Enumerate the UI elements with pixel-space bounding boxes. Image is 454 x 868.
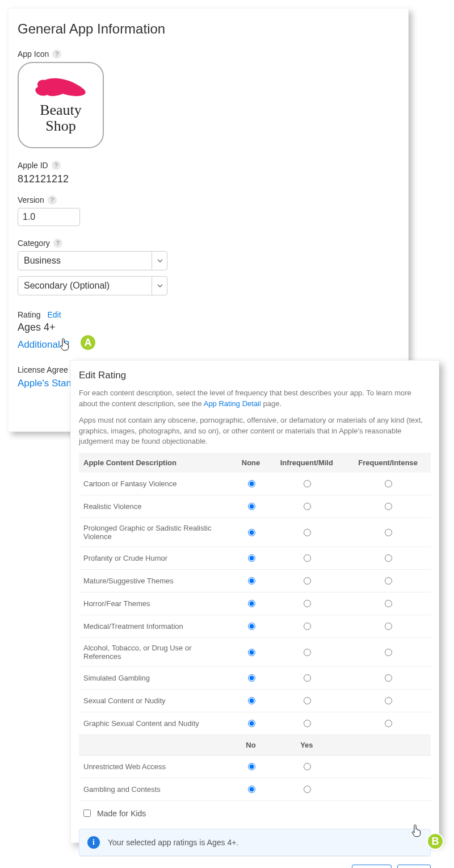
rating-radio[interactable]: [385, 697, 392, 704]
rating-label: Rating: [18, 310, 40, 319]
rating-radio[interactable]: [385, 649, 392, 656]
version-label: Version: [18, 195, 44, 205]
table-row: Mature/Suggestive Themes: [79, 570, 431, 592]
additional-link-truncated[interactable]: Additional R: [18, 339, 399, 350]
rating-radio[interactable]: [248, 503, 255, 510]
made-for-kids-row[interactable]: Made for Kids: [79, 801, 431, 825]
row-label: Simulated Gambling: [79, 667, 234, 690]
row-label: Sexual Content or Nudity: [79, 690, 234, 712]
done-button[interactable]: Done: [397, 865, 431, 868]
rating-radio[interactable]: [248, 697, 255, 704]
row-label: Cartoon or Fantasy Violence: [79, 473, 234, 495]
rating-radio[interactable]: [248, 763, 255, 770]
category-primary-select[interactable]: Business: [18, 251, 167, 270]
modal-description-1: For each content description, select the…: [79, 388, 431, 410]
rating-radio[interactable]: [248, 480, 255, 487]
made-for-kids-label: Made for Kids: [97, 809, 146, 818]
cursor-hand-icon: [59, 337, 70, 351]
rating-info-bar: i Your selected app ratings is Ages 4+.: [79, 829, 431, 856]
rating-radio[interactable]: [248, 554, 255, 562]
apple-id-value: 812121212: [18, 173, 399, 185]
rating-radio[interactable]: [304, 503, 311, 510]
table-row: Horror/Fear Themes: [79, 592, 431, 615]
rating-radio[interactable]: [385, 503, 392, 510]
row-label: Alcohol, Tobacco, or Drug Use or Referen…: [79, 638, 234, 667]
rating-radio[interactable]: [248, 577, 255, 585]
help-icon[interactable]: ?: [48, 195, 57, 205]
table-row: Cartoon or Fantasy Violence: [79, 473, 431, 495]
rating-radio[interactable]: [385, 529, 392, 536]
rating-radio[interactable]: [248, 623, 255, 630]
rating-radio[interactable]: [304, 577, 311, 585]
table-row: Graphic Sexual Content and Nudity: [79, 712, 431, 735]
col-mild: Infrequent/Mild: [268, 453, 345, 473]
row-label: Profanity or Crude Humor: [79, 547, 234, 570]
table-row: Profanity or Crude Humor: [79, 547, 431, 570]
rating-info-text: Your selected app ratings is Ages 4+.: [108, 838, 238, 847]
app-icon-graphic: [32, 77, 89, 102]
rating-radio[interactable]: [248, 529, 255, 536]
category-label-row: Category ?: [18, 239, 399, 248]
rating-radio[interactable]: [248, 674, 255, 682]
app-rating-detail-link[interactable]: App Rating Detail: [204, 399, 261, 408]
table-row: Realistic Violence: [79, 495, 431, 518]
modal-description-2: Apps must not contain any obscene, porno…: [79, 415, 431, 448]
rating-radio[interactable]: [304, 623, 311, 630]
rating-value: Ages 4+: [18, 322, 399, 333]
col-none: None: [234, 453, 268, 473]
edit-rating-modal: Edit Rating For each content description…: [70, 360, 439, 843]
rating-radio[interactable]: [304, 786, 311, 793]
rating-radio[interactable]: [248, 786, 255, 793]
rating-radio[interactable]: [385, 577, 392, 585]
made-for-kids-checkbox[interactable]: [83, 809, 91, 817]
modal-footer: Cancel Done: [79, 856, 431, 868]
rating-radio[interactable]: [304, 600, 311, 607]
version-input[interactable]: [18, 208, 80, 226]
help-icon[interactable]: ?: [52, 161, 61, 170]
row-label: Graphic Sexual Content and Nudity: [79, 712, 234, 735]
apple-id-label-row: Apple ID ?: [18, 161, 399, 170]
table-row: Alcohol, Tobacco, or Drug Use or Referen…: [79, 638, 431, 667]
callout-badge-a: A: [79, 334, 96, 351]
table-row: Prolonged Graphic or Sadistic Realistic …: [79, 518, 431, 547]
rating-radio[interactable]: [304, 720, 311, 727]
rating-radio[interactable]: [248, 649, 255, 656]
help-icon[interactable]: ?: [53, 239, 62, 248]
modal-title: Edit Rating: [79, 370, 431, 381]
rating-radio[interactable]: [304, 763, 311, 770]
table-row: Gambling and Contests: [79, 778, 431, 801]
rating-radio[interactable]: [304, 649, 311, 656]
info-icon: i: [87, 836, 100, 849]
row-label: Unrestricted Web Access: [79, 756, 234, 778]
rating-radio[interactable]: [385, 554, 392, 562]
callout-badge-b: B: [427, 833, 444, 850]
col-yes: Yes: [268, 735, 345, 756]
cursor-hand-icon: [411, 824, 422, 837]
app-icon-label-row: App Icon ?: [18, 49, 399, 59]
row-label: Medical/Treatment Information: [79, 615, 234, 638]
category-secondary-select[interactable]: Secondary (Optional): [18, 276, 167, 295]
table-row: Sexual Content or Nudity: [79, 690, 431, 712]
edit-rating-link[interactable]: Edit: [47, 310, 61, 319]
row-label: Realistic Violence: [79, 495, 234, 518]
rating-radio[interactable]: [248, 720, 255, 727]
col-description: Apple Content Description: [79, 453, 234, 473]
rating-radio[interactable]: [304, 529, 311, 536]
cancel-button[interactable]: Cancel: [352, 865, 392, 868]
rating-radio[interactable]: [385, 623, 392, 630]
rating-radio[interactable]: [248, 600, 255, 607]
help-icon[interactable]: ?: [52, 49, 61, 59]
table-row: Medical/Treatment Information: [79, 615, 431, 638]
rating-radio[interactable]: [304, 554, 311, 562]
rating-radio[interactable]: [385, 674, 392, 682]
app-icon-label: App Icon: [18, 49, 49, 59]
rating-radio[interactable]: [385, 720, 392, 727]
apple-id-label: Apple ID: [18, 161, 48, 170]
rating-radio[interactable]: [385, 600, 392, 607]
rating-radio[interactable]: [304, 480, 311, 487]
row-label: Horror/Fear Themes: [79, 592, 234, 615]
rating-table: Apple Content Description None Infrequen…: [79, 453, 431, 801]
rating-radio[interactable]: [385, 480, 392, 487]
rating-radio[interactable]: [304, 674, 311, 682]
rating-radio[interactable]: [304, 697, 311, 704]
